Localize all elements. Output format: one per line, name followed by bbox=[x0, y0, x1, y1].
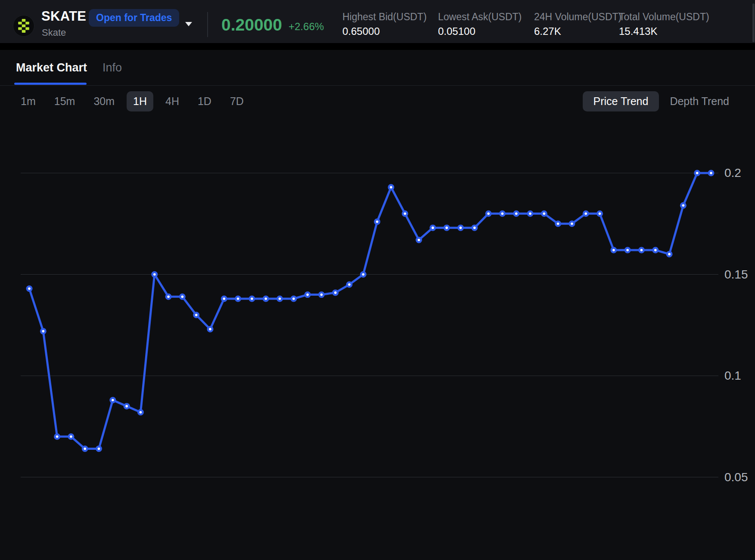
data-point-center bbox=[181, 296, 184, 298]
data-point-center bbox=[710, 172, 712, 174]
status-badge: Open for Trades bbox=[89, 9, 179, 27]
stat-label: Highest Bid(USDT) bbox=[342, 11, 427, 23]
data-point-center bbox=[264, 297, 267, 300]
data-point-center bbox=[28, 288, 31, 290]
data-point-center bbox=[223, 297, 225, 300]
data-point-center bbox=[432, 226, 434, 229]
data-point-center bbox=[418, 239, 420, 241]
y-axis-label: 0.1 bbox=[724, 369, 741, 383]
data-point-center bbox=[529, 212, 531, 215]
header-separator bbox=[0, 43, 755, 50]
scrollbar-thumb[interactable] bbox=[752, 3, 755, 42]
data-point-center bbox=[460, 226, 462, 229]
data-point-center bbox=[626, 249, 629, 251]
active-tab-underline bbox=[14, 83, 87, 85]
data-point-center bbox=[292, 297, 295, 300]
data-point-center bbox=[98, 448, 100, 450]
tab-info[interactable]: Info bbox=[103, 61, 122, 74]
stat-value: 0.05100 bbox=[438, 25, 475, 37]
data-point-center bbox=[209, 328, 211, 331]
data-point-center bbox=[140, 411, 142, 414]
data-point-center bbox=[515, 212, 518, 215]
data-point-center bbox=[445, 226, 448, 229]
data-point-center bbox=[348, 283, 351, 286]
data-point-center bbox=[682, 204, 685, 207]
data-point-center bbox=[320, 294, 323, 296]
tab-bar: Market Chart Info bbox=[0, 50, 755, 86]
data-point-center bbox=[404, 212, 406, 215]
stat-value: 15.413K bbox=[619, 25, 657, 37]
y-axis-label: 0.05 bbox=[724, 470, 748, 484]
current-price: 0.20000 bbox=[221, 15, 282, 34]
data-point-center bbox=[501, 212, 504, 215]
data-point-center bbox=[153, 273, 156, 276]
data-point-center bbox=[362, 273, 365, 276]
token-header: SKATE Open for Trades Skate 0.20000 +2.6… bbox=[0, 0, 755, 43]
price-line bbox=[29, 173, 711, 449]
price-change: +2.66% bbox=[289, 21, 324, 33]
data-point-center bbox=[473, 226, 476, 229]
token-logo bbox=[13, 15, 34, 37]
y-axis-label: 0.2 bbox=[724, 166, 741, 180]
data-point-center bbox=[306, 294, 309, 296]
data-point-center bbox=[557, 223, 559, 225]
y-axis-label: 0.15 bbox=[724, 268, 748, 282]
header-divider bbox=[207, 12, 208, 37]
price-chart-svg[interactable] bbox=[0, 108, 755, 560]
data-point-center bbox=[195, 314, 198, 316]
stat-label: Lowest Ask(USDT) bbox=[438, 11, 522, 23]
data-point-center bbox=[654, 249, 657, 251]
data-point-center bbox=[543, 212, 546, 215]
market-chart-page: SKATE Open for Trades Skate 0.20000 +2.6… bbox=[0, 0, 755, 560]
data-point-center bbox=[390, 186, 392, 189]
data-point-center bbox=[70, 436, 72, 438]
chevron-down-icon[interactable] bbox=[185, 22, 192, 26]
stat-label: 24H Volume(USDT) bbox=[534, 11, 621, 23]
data-point-center bbox=[696, 172, 699, 174]
data-point-center bbox=[612, 249, 615, 251]
data-point-center bbox=[640, 249, 643, 251]
data-point-center bbox=[584, 212, 587, 215]
data-point-center bbox=[599, 212, 601, 215]
data-point-center bbox=[112, 399, 114, 402]
data-point-center bbox=[668, 253, 671, 256]
data-point-center bbox=[167, 296, 170, 298]
data-point-center bbox=[251, 297, 253, 300]
skate-logo-icon bbox=[18, 19, 29, 33]
token-symbol: SKATE bbox=[41, 9, 86, 24]
stat-value: 0.65000 bbox=[342, 25, 380, 37]
stat-label: Total Volume(USDT) bbox=[619, 11, 709, 23]
data-point-center bbox=[571, 223, 573, 225]
data-point-center bbox=[376, 220, 379, 223]
data-point-center bbox=[84, 448, 86, 450]
data-point-center bbox=[42, 330, 45, 333]
data-point-center bbox=[279, 297, 281, 300]
token-name: Skate bbox=[42, 27, 66, 38]
tab-market-chart[interactable]: Market Chart bbox=[16, 61, 87, 74]
data-point-center bbox=[334, 291, 337, 294]
stat-value: 6.27K bbox=[534, 25, 561, 37]
data-point-center bbox=[237, 297, 239, 300]
price-chart[interactable] bbox=[0, 108, 755, 560]
data-point-center bbox=[125, 405, 128, 408]
data-point-center bbox=[487, 212, 490, 215]
data-point-center bbox=[56, 436, 59, 438]
